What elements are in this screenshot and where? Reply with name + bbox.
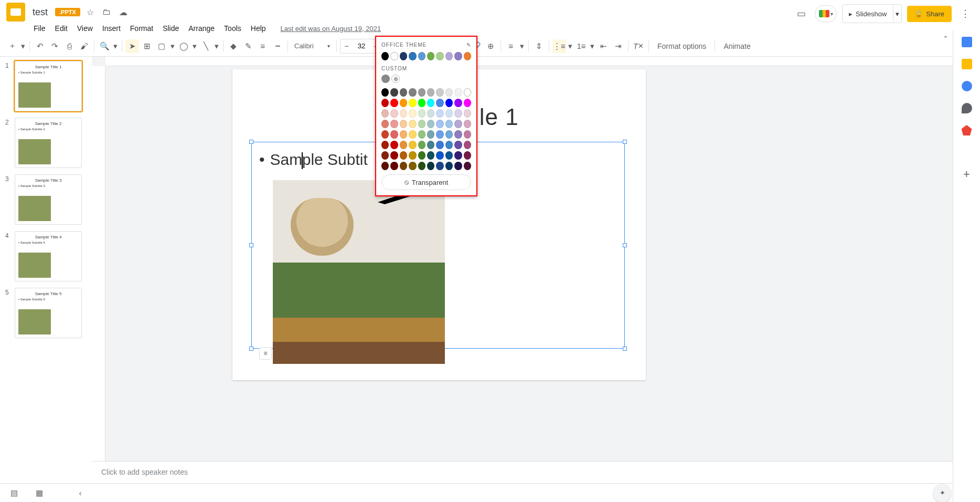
increase-indent-button[interactable]: ⇥ xyxy=(611,39,625,53)
select-tool[interactable]: ➤ xyxy=(125,39,139,53)
image-tool[interactable]: ▢ xyxy=(155,39,168,53)
calendar-icon[interactable] xyxy=(962,37,972,47)
font-size-decrease[interactable]: − xyxy=(340,39,353,53)
move-icon[interactable]: 🗀 xyxy=(100,7,113,17)
color-swatch[interactable] xyxy=(409,120,416,128)
color-swatch[interactable] xyxy=(436,162,443,170)
menu-edit[interactable]: Edit xyxy=(51,22,72,35)
color-swatch[interactable] xyxy=(436,120,443,128)
add-addon-icon[interactable]: + xyxy=(962,169,972,180)
shape-tool[interactable]: ◯ xyxy=(177,39,190,53)
cloud-status-icon[interactable]: ☁ xyxy=(117,7,130,17)
undo-button[interactable]: ↶ xyxy=(33,39,47,53)
last-edit-link[interactable]: Last edit was on August 19, 2021 xyxy=(281,25,381,33)
color-swatch[interactable] xyxy=(418,130,425,139)
color-swatch[interactable] xyxy=(445,130,453,139)
color-swatch[interactable] xyxy=(436,52,443,60)
color-swatch[interactable] xyxy=(400,130,407,139)
color-swatch[interactable] xyxy=(427,162,434,170)
color-swatch[interactable] xyxy=(454,141,462,149)
color-swatch[interactable] xyxy=(390,88,398,97)
color-swatch[interactable] xyxy=(454,88,462,97)
color-swatch[interactable] xyxy=(381,99,389,107)
color-swatch[interactable] xyxy=(381,141,389,149)
color-swatch[interactable] xyxy=(381,75,390,83)
grid-view-icon[interactable]: ▦ xyxy=(33,486,46,500)
clear-formatting-button[interactable]: T✕ xyxy=(632,39,645,53)
horizontal-ruler[interactable] xyxy=(105,57,953,66)
color-swatch[interactable] xyxy=(445,52,453,60)
slideshow-button[interactable]: ▸Slideshow xyxy=(842,4,893,23)
edit-theme-icon[interactable]: ✎ xyxy=(466,42,471,48)
color-swatch[interactable] xyxy=(427,88,434,97)
color-swatch[interactable] xyxy=(400,99,407,107)
comments-icon[interactable]: ▭ xyxy=(793,5,809,22)
menu-arrange[interactable]: Arrange xyxy=(184,22,219,35)
color-swatch[interactable] xyxy=(464,99,471,107)
zoom-dropdown[interactable]: ▾ xyxy=(112,39,119,53)
align-button[interactable]: ≡ xyxy=(504,39,518,53)
menu-slide[interactable]: Slide xyxy=(158,22,183,35)
textbox-tool[interactable]: ⊞ xyxy=(140,39,154,53)
fill-color-button[interactable]: ◆ xyxy=(227,39,240,53)
color-swatch[interactable] xyxy=(400,141,407,149)
menu-view[interactable]: View xyxy=(73,22,97,35)
share-button[interactable]: 🔒Share xyxy=(907,6,952,22)
color-swatch[interactable] xyxy=(427,141,434,149)
slide-thumbnail[interactable]: Sample Title 3• Sample Subtitle 3 xyxy=(15,174,82,225)
color-swatch[interactable] xyxy=(464,162,471,170)
slide-thumbnail[interactable]: Sample Title 2• Sample Subtitle 2 xyxy=(15,118,82,168)
color-swatch[interactable] xyxy=(427,109,434,118)
color-swatch[interactable] xyxy=(464,130,471,139)
line-spacing-button[interactable]: ⇕ xyxy=(532,39,546,53)
color-swatch[interactable] xyxy=(390,130,398,139)
color-swatch[interactable] xyxy=(445,109,453,118)
color-swatch[interactable] xyxy=(390,162,398,170)
print-button[interactable]: ⎙ xyxy=(62,39,76,53)
color-swatch[interactable] xyxy=(464,141,471,149)
resize-handle[interactable] xyxy=(623,243,627,247)
color-swatch[interactable] xyxy=(390,99,398,107)
contacts-icon[interactable] xyxy=(962,103,972,113)
color-swatch[interactable] xyxy=(454,109,462,118)
slide-thumbnail[interactable]: Sample Title 5• Sample Subtitle 5 xyxy=(15,288,82,338)
color-swatch[interactable] xyxy=(400,120,407,128)
menu-insert[interactable]: Insert xyxy=(98,22,125,35)
color-swatch[interactable] xyxy=(454,151,462,160)
autofit-button[interactable]: ≡ xyxy=(259,347,272,360)
color-swatch[interactable] xyxy=(409,52,416,60)
color-swatch[interactable] xyxy=(445,162,453,170)
color-swatch[interactable] xyxy=(409,151,416,160)
color-swatch[interactable] xyxy=(445,99,453,107)
color-swatch[interactable] xyxy=(381,109,389,118)
color-swatch[interactable] xyxy=(409,99,416,107)
color-swatch[interactable] xyxy=(464,88,471,97)
color-swatch[interactable] xyxy=(427,52,434,60)
color-swatch[interactable] xyxy=(418,120,425,128)
collapse-filmstrip-icon[interactable]: ‹ xyxy=(73,486,87,500)
format-options-button[interactable]: Format options xyxy=(652,42,711,50)
color-swatch[interactable] xyxy=(400,88,407,97)
speaker-notes[interactable]: Click to add speaker notes xyxy=(92,461,953,483)
menu-help[interactable]: Help xyxy=(247,22,270,35)
bullet-dropdown[interactable]: ▾ xyxy=(567,39,573,53)
bulleted-list-button[interactable]: ⋮≡ xyxy=(552,39,566,53)
slide-thumbnail[interactable]: Sample Title 1• Sample Subtitle 1 xyxy=(15,61,82,111)
maps-icon[interactable] xyxy=(962,125,972,135)
color-swatch[interactable] xyxy=(400,52,407,60)
color-swatch[interactable] xyxy=(418,162,425,170)
number-dropdown[interactable]: ▾ xyxy=(589,39,595,53)
color-swatch[interactable] xyxy=(418,141,425,149)
menu-tools[interactable]: Tools xyxy=(220,22,246,35)
animate-button[interactable]: Animate xyxy=(718,42,755,50)
resize-handle[interactable] xyxy=(623,347,627,351)
explore-button[interactable]: ✦ xyxy=(933,484,952,503)
color-swatch[interactable] xyxy=(436,109,443,118)
subtitle-text[interactable]: •Sample Subtitle 1ple Subtit xyxy=(259,151,368,169)
border-weight-button[interactable]: ≡ xyxy=(256,39,270,53)
color-swatch[interactable] xyxy=(436,130,443,139)
align-dropdown[interactable]: ▾ xyxy=(519,39,525,53)
color-swatch[interactable] xyxy=(445,120,453,128)
color-swatch[interactable] xyxy=(418,99,425,107)
vertical-ruler[interactable] xyxy=(92,66,105,483)
